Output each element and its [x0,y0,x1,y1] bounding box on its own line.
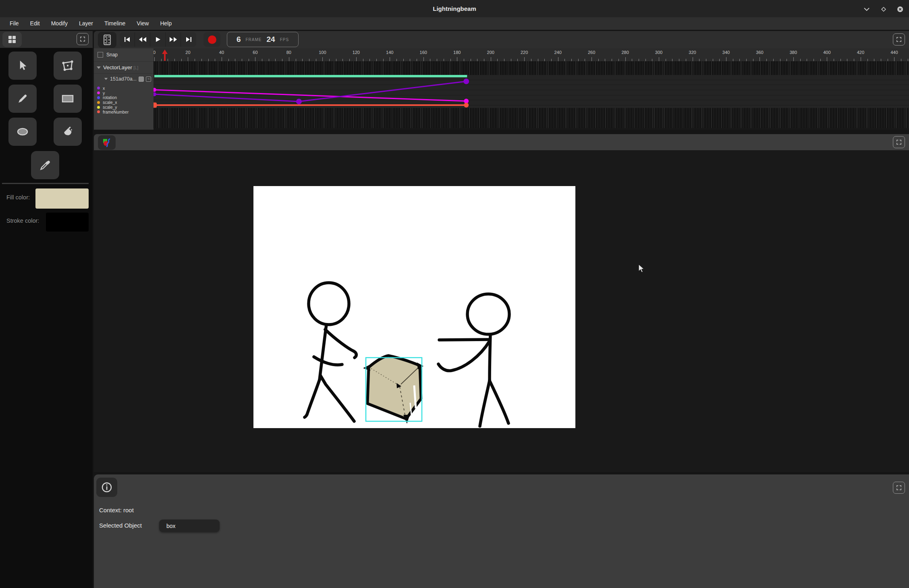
fill-color-swatch[interactable] [35,188,89,209]
info-icon [102,482,112,493]
snap-checkbox[interactable] [98,52,103,58]
sublayer-row[interactable]: 151ad70a... ~ [94,74,154,84]
menu-layer[interactable]: Layer [73,17,99,30]
menu-modify[interactable]: Modify [46,17,73,30]
timeline-track-area[interactable]: 0204060801001201401601802002202402602803… [154,48,909,130]
property-list: xyrotationscale_xscale_yframeNumber [94,84,154,114]
pencil-tool-button[interactable] [8,85,37,113]
expand-icon [80,36,85,42]
keyframe-dot[interactable] [464,103,469,108]
curve-y[interactable] [154,90,466,101]
property-row-rotation[interactable]: rotation [94,95,154,100]
sidebar-expand-button[interactable] [77,33,89,45]
selected-object-value[interactable]: box [159,520,220,532]
property-row-scale_y[interactable]: scale_y [94,105,154,110]
property-color-dot [97,106,100,109]
expand-icon [896,37,902,42]
vector-shapes-icon [102,138,112,147]
menu-bar: FileEditModifyLayerTimelineViewHelp [0,17,909,30]
timeline-panel: 6 FRAME 24 FPS Snap VectorLayer [L] [94,31,909,130]
rewind-button[interactable] [135,32,150,47]
timeline-expand-button[interactable] [893,33,905,46]
rectangle-tool-button[interactable] [54,85,82,113]
inspector-panel: Context: root Selected Object box [94,474,909,588]
context-text: Context: root [99,507,134,513]
keyframe-dot[interactable] [296,99,302,104]
transform-tool-button[interactable] [54,52,82,80]
property-row-frameNumber[interactable]: frameNumber [94,110,154,114]
menu-help[interactable]: Help [154,17,177,30]
expand-icon [896,139,902,145]
property-row-scale_x[interactable]: scale_x [94,100,154,105]
fps-label: FPS [280,37,289,42]
property-label: frameNumber [103,110,129,114]
skip-to-end-button[interactable] [181,32,196,47]
minimize-button[interactable] [863,6,871,13]
box-object[interactable] [363,356,423,424]
property-label: scale_y [103,105,117,109]
layer-name: VectorLayer [103,64,132,70]
transport-controls [120,32,196,47]
canvas-header [94,134,909,150]
drawing-canvas[interactable] [253,186,575,428]
fps-value: 24 [266,35,275,44]
fast-forward-button[interactable] [166,32,181,47]
record-button[interactable] [203,32,220,47]
play-icon [155,37,161,42]
bucket-tool-button[interactable] [54,118,82,146]
panel-grid-button[interactable] [2,32,22,47]
scene [253,186,575,428]
sublayer-tilde-button[interactable]: ~ [146,77,151,82]
inspector-expand-button[interactable] [893,482,905,494]
frame-fps-display[interactable]: 6 FRAME 24 FPS [227,32,299,47]
app-window: Lightningbeam FileEditModifyLayerTimelin… [0,0,909,588]
menu-timeline[interactable]: Timeline [99,17,131,30]
stick-figure-left[interactable] [305,283,356,421]
keyframe-dot[interactable] [154,88,156,92]
timeline-toolbar: 6 FRAME 24 FPS [94,31,909,48]
collapse-triangle-icon[interactable] [97,66,101,69]
layer-span-bar[interactable] [154,75,467,77]
diamond-icon [881,6,886,12]
transform-icon [61,59,74,72]
pencil-icon [17,93,29,105]
stroke-color-label: Stroke color: [6,217,39,224]
property-label: y [103,91,105,95]
fill-color-label: Fill color: [6,194,30,201]
property-row-x[interactable]: x [94,86,154,91]
keyframe-marker[interactable] [154,103,157,108]
menu-edit[interactable]: Edit [25,17,46,30]
layers-column: Snap VectorLayer [L] 151ad70a... ~ xyrot… [94,48,154,130]
snap-row: Snap [94,48,154,61]
sidebar-divider [2,183,89,184]
stick-figure-right[interactable] [438,294,509,426]
close-button[interactable] [896,6,904,13]
canvas-mode-button[interactable] [98,135,116,150]
tool-sidebar: Fill color: Stroke color: [0,31,93,588]
layer-row-vectorlayer[interactable]: VectorLayer [L] [94,61,154,74]
property-label: x [103,86,105,90]
keyframe-curves[interactable] [154,48,909,130]
info-button[interactable] [96,478,117,497]
skip-to-end-icon [185,37,192,42]
play-button[interactable] [150,32,166,47]
collapse-triangle-icon[interactable] [104,78,108,80]
property-label: scale_x [103,100,117,104]
fast-forward-icon [169,37,177,42]
property-color-dot [97,110,100,113]
keyframe-dot[interactable] [154,92,156,96]
sublayer-swatch-button[interactable] [139,77,144,82]
property-row-y[interactable]: y [94,91,154,95]
menu-file[interactable]: File [4,17,25,30]
select-tool-button[interactable] [8,52,37,80]
stroke-color-swatch[interactable] [46,213,89,232]
maximize-button[interactable] [880,6,888,13]
keyframe-dot[interactable] [463,79,469,84]
film-button[interactable] [98,32,116,48]
eyedropper-tool-button[interactable] [31,151,59,179]
canvas-expand-button[interactable] [893,136,905,148]
skip-to-start-button[interactable] [120,32,135,47]
menu-view[interactable]: View [131,17,154,30]
sublayer-name: 151ad70a... [110,76,137,82]
ellipse-tool-button[interactable] [8,118,37,146]
